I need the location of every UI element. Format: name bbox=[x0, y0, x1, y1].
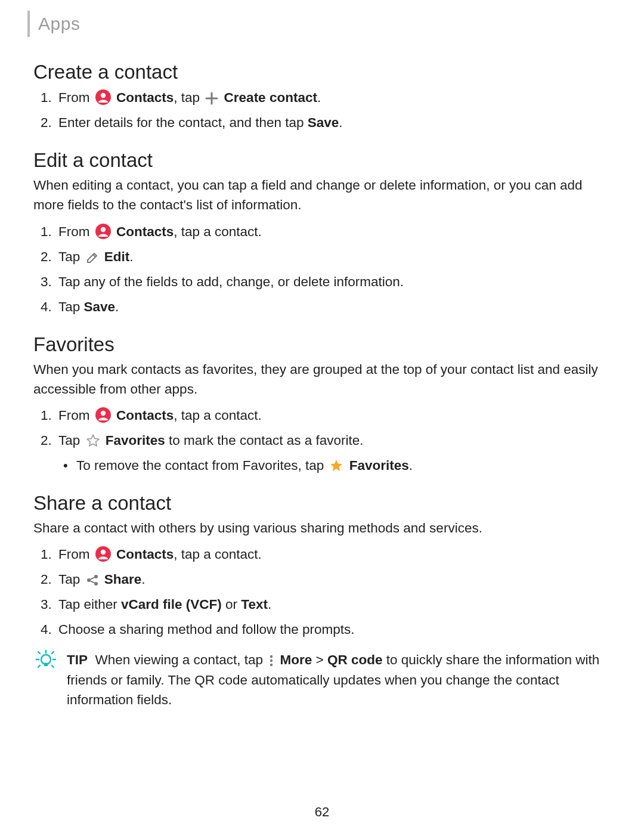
share-icon bbox=[86, 574, 99, 587]
contacts-label: Contacts bbox=[116, 90, 174, 105]
heading-favorites: Favorites bbox=[33, 333, 611, 356]
svg-line-21 bbox=[52, 652, 54, 654]
favorites-label: Favorites bbox=[349, 458, 409, 473]
steps-create: From Contacts, tap Create contact. Enter… bbox=[33, 87, 611, 134]
save-label: Save bbox=[84, 299, 116, 314]
favorites-label: Favorites bbox=[106, 433, 165, 448]
more-dots-icon bbox=[268, 654, 274, 667]
contacts-icon bbox=[95, 546, 111, 562]
contacts-icon bbox=[95, 224, 111, 239]
step: From Contacts, tap a contact. bbox=[58, 405, 611, 426]
text-label: Text bbox=[241, 597, 268, 612]
substep: To remove the contact from Favorites, ta… bbox=[76, 455, 611, 476]
more-label: More bbox=[280, 652, 312, 667]
heading-create-contact: Create a contact bbox=[33, 61, 611, 83]
step: Tap Share. bbox=[58, 569, 611, 590]
contacts-label: Contacts bbox=[116, 224, 174, 239]
svg-point-26 bbox=[270, 664, 273, 666]
svg-line-20 bbox=[38, 652, 40, 654]
edit-label: Edit bbox=[104, 249, 130, 264]
svg-point-8 bbox=[101, 411, 106, 416]
svg-line-23 bbox=[52, 665, 54, 667]
share-intro: Share a contact with others by using var… bbox=[33, 518, 611, 538]
contacts-label: Contacts bbox=[116, 547, 174, 562]
svg-point-1 bbox=[101, 93, 106, 98]
share-label: Share bbox=[104, 572, 142, 587]
svg-line-22 bbox=[38, 665, 40, 667]
contacts-label: Contacts bbox=[116, 408, 174, 423]
step: From Contacts, tap a contact. bbox=[58, 221, 611, 243]
step: Tap either vCard file (VCF) or Text. bbox=[58, 594, 611, 615]
step: Tap Favorites to mark the contact as a f… bbox=[58, 430, 611, 476]
steps-favorites: From Contacts, tap a contact. Tap Favori… bbox=[33, 405, 611, 476]
star-filled-icon bbox=[329, 459, 343, 473]
contacts-icon bbox=[95, 89, 111, 105]
qr-code-label: QR code bbox=[327, 652, 383, 667]
svg-point-10 bbox=[101, 550, 106, 555]
page: Apps Create a contact From Contacts, tap… bbox=[0, 0, 644, 833]
tip-text: TIP When viewing a contact, tap More > Q… bbox=[67, 650, 611, 710]
edit-intro: When editing a contact, you can tap a fi… bbox=[33, 175, 611, 215]
svg-point-25 bbox=[270, 659, 273, 662]
svg-point-13 bbox=[94, 582, 98, 586]
heading-share-contact: Share a contact bbox=[33, 492, 611, 515]
svg-line-14 bbox=[90, 578, 94, 580]
heading-edit-contact: Edit a contact bbox=[33, 149, 611, 172]
edit-pencil-icon bbox=[86, 251, 99, 264]
tip-label: TIP bbox=[67, 652, 88, 667]
step: From Contacts, tap a contact. bbox=[58, 544, 611, 565]
step: Enter details for the contact, and then … bbox=[58, 112, 611, 134]
svg-line-15 bbox=[90, 581, 94, 583]
steps-share: From Contacts, tap a contact. Tap Share.… bbox=[33, 544, 611, 640]
step: Tap Edit. bbox=[58, 246, 611, 268]
plus-icon bbox=[205, 92, 218, 105]
save-label: Save bbox=[308, 115, 339, 130]
running-head-text: Apps bbox=[38, 14, 80, 34]
steps-edit: From Contacts, tap a contact. Tap Edit. … bbox=[33, 221, 611, 318]
step: Choose a sharing method and follow the p… bbox=[58, 619, 611, 640]
vcard-label: vCard file (VCF) bbox=[121, 597, 222, 612]
svg-point-12 bbox=[87, 578, 91, 582]
step: Tap Save. bbox=[58, 296, 611, 318]
substeps-favorites: To remove the contact from Favorites, ta… bbox=[58, 455, 611, 476]
running-head: Apps bbox=[33, 11, 611, 37]
star-outline-icon bbox=[86, 433, 100, 448]
tip-box: TIP When viewing a contact, tap More > Q… bbox=[33, 650, 611, 710]
lightbulb-icon bbox=[35, 649, 57, 670]
create-contact-label: Create contact bbox=[224, 90, 317, 105]
step: From Contacts, tap Create contact. bbox=[58, 87, 611, 109]
header-rule bbox=[27, 11, 30, 37]
svg-point-11 bbox=[94, 575, 98, 578]
svg-point-5 bbox=[101, 227, 106, 231]
page-number: 62 bbox=[0, 804, 644, 820]
step: Tap any of the fields to add, change, or… bbox=[58, 271, 611, 293]
svg-point-16 bbox=[41, 655, 51, 664]
svg-point-24 bbox=[270, 655, 273, 658]
favorites-intro: When you mark contacts as favorites, the… bbox=[33, 360, 611, 400]
contacts-icon bbox=[95, 407, 111, 423]
